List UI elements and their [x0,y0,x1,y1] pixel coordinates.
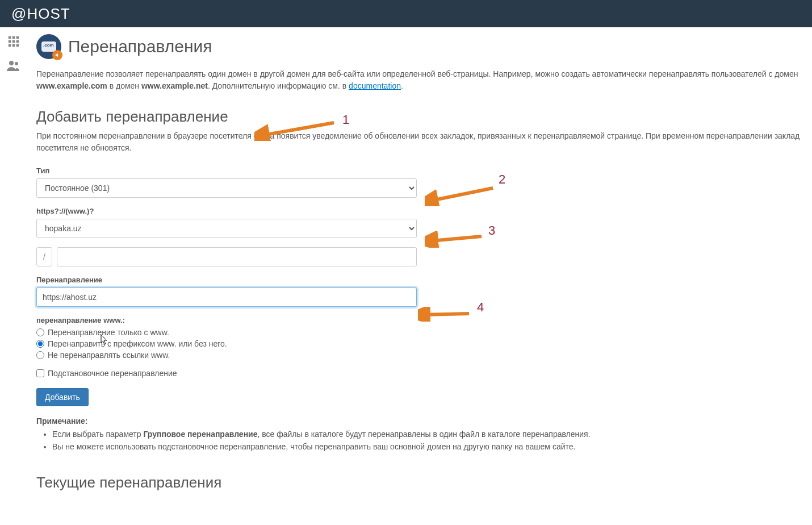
www-heading: перенаправление www.: [36,316,812,324]
type-label: Тип [36,166,812,175]
notes-title: Примечание: [36,416,812,426]
svg-point-10 [15,62,18,65]
https-label: https?://(www.)? [36,207,812,215]
www-radio-both[interactable] [36,340,44,348]
path-input[interactable] [57,247,417,266]
svg-point-9 [9,61,14,65]
note-2: Вы не можете использовать подстановочное… [52,440,812,453]
svg-rect-2 [16,36,19,39]
note-1: Если выбрать параметр Групповое перенапр… [52,428,812,440]
page-title: Перенаправления [68,37,212,56]
svg-rect-0 [9,36,11,39]
type-select[interactable]: Постоянное (301) [36,178,417,198]
main-content: Перенаправления Перенаправление позволяе… [27,27,812,519]
sidenav [0,27,27,519]
domain-select[interactable]: hopaka.uz [36,219,417,238]
users-icon[interactable] [7,60,20,73]
svg-rect-7 [12,44,15,47]
add-redirect-heading: Добавить перенаправление [36,108,812,126]
svg-line-14 [424,314,469,315]
grid-icon[interactable] [7,35,20,49]
redirect-label: Перенаправление [36,276,812,284]
redirect-input[interactable] [36,288,417,307]
wildcard-checkbox[interactable] [36,369,44,377]
page-icon [36,34,61,59]
topbar: @HOST [0,0,812,27]
svg-rect-3 [9,40,11,43]
svg-rect-5 [16,40,19,43]
svg-rect-8 [16,44,19,47]
brand-logo: @HOST [11,5,70,23]
www-radio-none[interactable] [36,351,44,359]
add-button[interactable]: Добавить [36,388,89,406]
www-radio-none-label: Не перенаправлять ссылки www. [48,351,170,360]
www-radio-only[interactable] [36,328,44,336]
svg-rect-1 [12,36,15,39]
intro-text: Перенаправление позволяет перенаправлять… [36,68,812,92]
documentation-link[interactable]: documentation [349,81,401,90]
path-prefix: / [36,247,52,266]
current-redirects-heading: Текущие перенаправления [36,474,812,491]
notes: Примечание: Если выбрать параметр Группо… [36,416,812,453]
svg-rect-6 [9,44,11,47]
www-radio-only-label: Перенаправление только с www. [48,328,169,337]
www-radio-both-label: Перенаправить с префиксом www. или без н… [48,339,227,348]
add-redirect-desc: При постоянном перенаправлении в браузер… [36,130,812,154]
svg-rect-4 [12,40,15,43]
wildcard-label: Подстановочное перенаправление [48,369,177,378]
